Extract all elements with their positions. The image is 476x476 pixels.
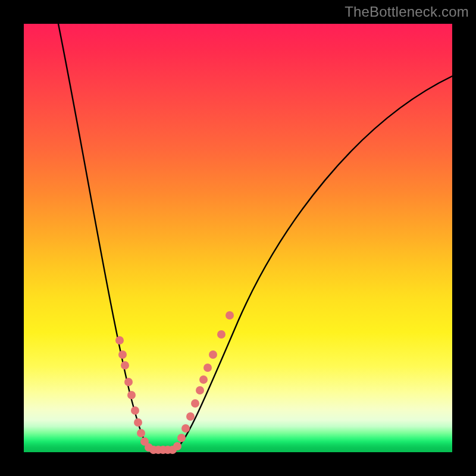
scatter-point bbox=[226, 311, 234, 320]
scatter-point bbox=[203, 364, 212, 372]
bottleneck-curve-svg bbox=[24, 24, 452, 452]
scatter-point bbox=[118, 350, 127, 359]
curve-segment-right bbox=[174, 76, 452, 449]
scatter-point bbox=[124, 378, 133, 386]
watermark-text: TheBottleneck.com bbox=[345, 4, 469, 20]
chart-frame: TheBottleneck.com bbox=[0, 0, 476, 476]
scatter-point bbox=[137, 429, 145, 437]
scatter-group bbox=[115, 311, 234, 454]
curve-segment-left bbox=[58, 24, 152, 449]
scatter-point bbox=[121, 361, 129, 369]
scatter-point bbox=[196, 386, 204, 394]
scatter-point bbox=[191, 399, 199, 408]
scatter-point bbox=[199, 375, 208, 384]
scatter-point bbox=[127, 391, 136, 399]
scatter-point bbox=[131, 406, 139, 415]
scatter-point bbox=[186, 412, 195, 421]
scatter-point bbox=[217, 330, 226, 339]
scatter-point bbox=[177, 434, 186, 442]
scatter-point bbox=[209, 350, 217, 359]
curve-group bbox=[58, 24, 452, 449]
scatter-point bbox=[134, 418, 142, 427]
scatter-point bbox=[115, 336, 124, 345]
scatter-point bbox=[181, 424, 190, 433]
scatter-point bbox=[173, 442, 181, 450]
